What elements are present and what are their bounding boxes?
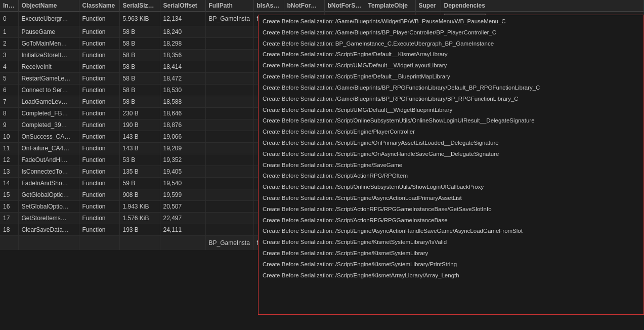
col-header-bnotforclient[interactable]: bNotForClient [284,0,324,12]
dep-panel-item[interactable]: Create Before Serialization: /Script/Eng… [259,193,643,204]
cell-serialoffset: 19,066 [160,131,205,143]
cell-serialoffset: 18,646 [160,108,205,119]
cell-index: 1 [0,26,18,38]
cell-fullpath [205,189,253,201]
cell-objectname: SetGlobalOptio… [18,201,79,213]
cell-serialoffset: 19,599 [160,189,205,201]
dep-panel-item[interactable]: Create Before Serialization: /Script/Act… [259,171,643,182]
dep-panel-item[interactable]: Create Before Serialization: /Script/UMG… [259,60,643,71]
main-table-container: Index ObjectName ClassName SerialSize Se… [0,0,644,330]
dep-panel-item[interactable]: Create Before Serialization: /Script/Eng… [259,237,643,248]
col-header-fullpath[interactable]: FullPath [205,0,253,12]
cell-serialsize: 58 B [119,26,160,38]
cell-serialsize: 135 B [119,166,160,178]
cell-index: 8 [0,108,18,119]
dep-panel-item[interactable]: Create Before Serialization: /Script/Onl… [259,182,643,193]
cell-serialoffset: 18,298 [160,38,205,50]
cell-objectname: Completed_FB… [18,108,79,119]
cell-serialsize: 1.943 KiB [119,201,160,213]
dep-panel-item[interactable]: Create Before Serialization: /Script/Eng… [259,71,643,82]
col-header-serialoffset[interactable]: SerialOffset [160,0,205,12]
col-header-objectname[interactable]: ObjectName [18,0,79,12]
cell-fullpath [205,85,253,96]
dep-panel-item[interactable]: Create Before Serialization: /Script/UMG… [259,105,643,116]
cell-serialsize: 53 B [119,154,160,166]
cell-serialoffset: 18,588 [160,96,205,108]
col-header-classname[interactable]: ClassName [79,0,119,12]
dep-panel-item[interactable]: Create Before Serialization: /Script/Eng… [259,248,643,259]
cell-index: 17 [0,213,18,224]
dep-panel-item[interactable]: Create Before Serialization: /Script/Eng… [259,259,643,270]
cell-objectname: RestartGameLe… [18,73,79,85]
cell-objectname: OnFailure_CA4… [18,143,79,154]
cell-index: 18 [0,224,18,236]
cell-classname: Function [79,178,119,189]
cell-serialsize: 58 B [119,73,160,85]
dep-panel-item[interactable]: Create Before Serialization: /Game/Bluep… [259,82,643,94]
cell-index: 0 [0,12,18,26]
table-header-row: Index ObjectName ClassName SerialSize Se… [0,0,644,12]
cell-serialsize: 908 B [119,189,160,201]
cell-serialsize: 58 B [119,50,160,61]
col-header-index[interactable]: Index [0,0,18,12]
dep-panel-item[interactable]: Create Before Serialization: /Game/Bluep… [259,16,643,27]
dep-panel-item[interactable]: Create Before Serialization: /Script/Eng… [259,226,643,237]
cell-fullpath [205,166,253,178]
cell-fullpath [205,119,253,131]
cell-classname: Function [79,213,119,224]
cell-serialoffset: 12,134 [160,12,205,26]
cell-serialoffset: 19,405 [160,166,205,178]
cell-classname: Function [79,119,119,131]
cell-index: 16 [0,201,18,213]
cell-classname: Function [79,96,119,108]
cell-objectname: FadeOutAndHi… [18,154,79,166]
cell-fullpath [205,38,253,50]
dep-panel-item[interactable]: Create Before Serialization: /Script/Eng… [259,49,643,60]
cell-classname: Function [79,166,119,178]
cell-serialoffset: 19,540 [160,178,205,189]
cell-fullpath [205,50,253,61]
col-header-bnotforserver[interactable]: bNotForServer [324,0,365,12]
dep-panel-item[interactable]: Create Before Serialization: /Script/Act… [259,215,643,226]
col-header-super[interactable]: Super [415,0,441,12]
dep-panel-item[interactable]: Create Before Serialization: /Script/Eng… [259,149,643,160]
cell-objectname: LoadGameLev… [18,96,79,108]
cell-fullpath [205,143,253,154]
cell-serialsize: 58 B [119,38,160,50]
cell-serialsize: 59 B [119,178,160,189]
cell-index: 10 [0,131,18,143]
cell-objectname: GetGlobalOptic… [18,189,79,201]
cell-fullpath [205,154,253,166]
cell-fullpath [205,26,253,38]
cell-serialoffset: 18,876 [160,119,205,131]
dep-panel-item[interactable]: Create Before Serialization: /Script/Eng… [259,127,643,138]
cell-objectname: PauseGame [18,26,79,38]
dep-panel-item[interactable]: Create Before Serialization: /Script/Eng… [259,160,643,171]
dep-panel-item[interactable]: Create Before Serialization: /Game/Bluep… [259,27,643,38]
cell-classname: Function [79,38,119,50]
dep-panel-item[interactable]: Create Before Serialization: /Script/Act… [259,204,643,215]
cell-fullpath [205,213,253,224]
cell-index: 4 [0,61,18,73]
cell-objectname: GetStoreItems… [18,213,79,224]
col-header-dependencies[interactable]: Dependencies [441,0,644,12]
cell-classname: Function [79,189,119,201]
dep-panel-item[interactable]: Create Before Serialization: /Script/Onl… [259,115,643,127]
col-header-templateobj[interactable]: TemplateObje [365,0,415,12]
col-header-serialsize[interactable]: SerialSize [119,0,160,12]
dep-panel-item[interactable]: Create Before Serialization: /Script/Eng… [259,138,643,149]
cell-classname: Function [79,50,119,61]
cell-serialoffset: 18,472 [160,73,205,85]
cell-serialoffset: 19,209 [160,143,205,154]
cell-serialsize: 143 B [119,131,160,143]
cell-objectname: Connect to Ser… [18,85,79,96]
cell-index: 7 [0,96,18,108]
dep-panel-item[interactable]: Create Before Serialization: /Script/Eng… [259,270,643,281]
dep-panel-item[interactable]: Create Before Serialization: /Game/Bluep… [259,94,643,105]
col-header-bisasset[interactable]: bIsAsset [253,0,284,12]
cell-index: 6 [0,85,18,96]
cell-classname: Function [79,224,119,236]
cell-serialoffset: 22,497 [160,213,205,224]
dep-panel-item[interactable]: Create Before Serialization: BP_GameInst… [259,38,643,50]
cell-classname: Function [79,61,119,73]
